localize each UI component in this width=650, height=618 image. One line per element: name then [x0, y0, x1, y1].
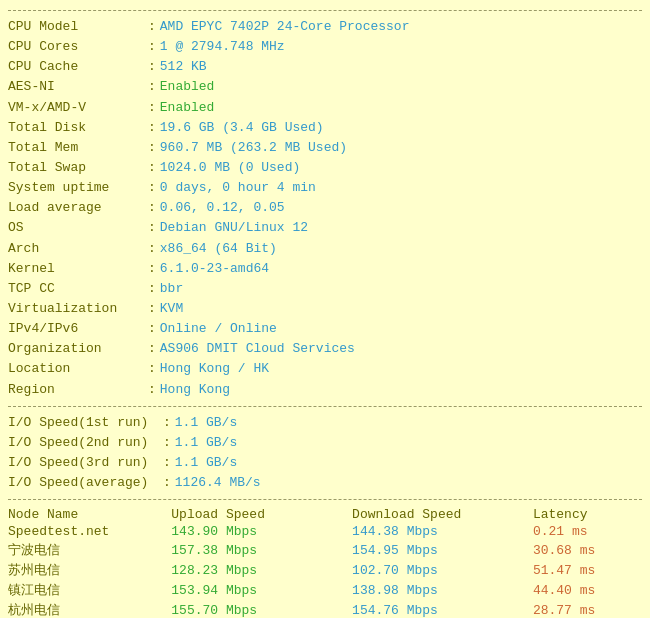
speed-upload: 143.90 Mbps	[171, 523, 352, 540]
system-info-row: Load average: 0.06, 0.12, 0.05	[8, 198, 642, 218]
system-info-row: Total Disk: 19.6 GB (3.4 GB Used)	[8, 118, 642, 138]
io-label: I/O Speed(1st run)	[8, 413, 163, 433]
info-value: KVM	[160, 299, 183, 319]
info-colon: :	[148, 57, 156, 77]
info-label: AES-NI	[8, 77, 148, 97]
speed-latency: 30.68 ms	[533, 540, 642, 560]
io-colon: :	[163, 453, 171, 473]
system-info-row: Location: Hong Kong / HK	[8, 359, 642, 379]
info-value: 1024.0 MB (0 Used)	[160, 158, 300, 178]
speed-table: Node NameUpload SpeedDownload SpeedLaten…	[8, 506, 642, 618]
info-value: 960.7 MB (263.2 MB Used)	[160, 138, 347, 158]
speed-upload: 153.94 Mbps	[171, 580, 352, 600]
info-colon: :	[148, 158, 156, 178]
info-label: Load average	[8, 198, 148, 218]
info-label: Organization	[8, 339, 148, 359]
system-info-row: Kernel: 6.1.0-23-amd64	[8, 259, 642, 279]
io-speed-section: I/O Speed(1st run): 1.1 GB/sI/O Speed(2n…	[8, 413, 642, 494]
speed-node: 宁波电信	[8, 540, 171, 560]
io-colon: :	[163, 473, 171, 493]
info-value: 1 @ 2794.748 MHz	[160, 37, 285, 57]
io-value: 1.1 GB/s	[175, 413, 237, 433]
info-value: x86_64 (64 Bit)	[160, 239, 277, 259]
speed-table-row: 镇江电信153.94 Mbps138.98 Mbps44.40 ms	[8, 580, 642, 600]
info-value: AS906 DMIT Cloud Services	[160, 339, 355, 359]
info-colon: :	[148, 178, 156, 198]
system-info-row: AES-NI: Enabled	[8, 77, 642, 97]
speed-download: 144.38 Mbps	[352, 523, 533, 540]
io-label: I/O Speed(2nd run)	[8, 433, 163, 453]
speed-upload: 157.38 Mbps	[171, 540, 352, 560]
info-label: Region	[8, 380, 148, 400]
system-info-section: CPU Model: AMD EPYC 7402P 24-Core Proces…	[8, 17, 642, 400]
info-colon: :	[148, 98, 156, 118]
info-label: Total Disk	[8, 118, 148, 138]
info-value: Hong Kong	[160, 380, 230, 400]
info-label: IPv4/IPv6	[8, 319, 148, 339]
info-colon: :	[148, 77, 156, 97]
info-colon: :	[148, 118, 156, 138]
speed-latency: 28.77 ms	[533, 600, 642, 618]
info-value: Enabled	[160, 98, 215, 118]
speed-table-row: 宁波电信157.38 Mbps154.95 Mbps30.68 ms	[8, 540, 642, 560]
io-colon: :	[163, 433, 171, 453]
speed-download: 154.76 Mbps	[352, 600, 533, 618]
speed-upload: 128.23 Mbps	[171, 560, 352, 580]
info-label: Kernel	[8, 259, 148, 279]
speed-table-section: Node NameUpload SpeedDownload SpeedLaten…	[8, 506, 642, 618]
info-colon: :	[148, 198, 156, 218]
system-info-row: Region: Hong Kong	[8, 380, 642, 400]
io-speed-row: I/O Speed(1st run): 1.1 GB/s	[8, 413, 642, 433]
info-label: Total Swap	[8, 158, 148, 178]
info-colon: :	[148, 339, 156, 359]
speed-node: 镇江电信	[8, 580, 171, 600]
system-info-row: IPv4/IPv6: Online / Online	[8, 319, 642, 339]
info-colon: :	[148, 239, 156, 259]
speed-latency: 51.47 ms	[533, 560, 642, 580]
speed-node: 苏州电信	[8, 560, 171, 580]
info-value: 512 KB	[160, 57, 207, 77]
speed-latency: 0.21 ms	[533, 523, 642, 540]
io-speed-row: I/O Speed(3rd run): 1.1 GB/s	[8, 453, 642, 473]
info-label: Arch	[8, 239, 148, 259]
info-value: AMD EPYC 7402P 24-Core Processor	[160, 17, 410, 37]
speed-node: Speedtest.net	[8, 523, 171, 540]
speed-table-row: 苏州电信128.23 Mbps102.70 Mbps51.47 ms	[8, 560, 642, 580]
info-value: 0 days, 0 hour 4 min	[160, 178, 316, 198]
info-colon: :	[148, 138, 156, 158]
speed-download: 102.70 Mbps	[352, 560, 533, 580]
info-label: TCP CC	[8, 279, 148, 299]
info-value: 19.6 GB (3.4 GB Used)	[160, 118, 324, 138]
io-colon: :	[163, 413, 171, 433]
system-info-row: CPU Cores: 1 @ 2794.748 MHz	[8, 37, 642, 57]
info-label: CPU Cache	[8, 57, 148, 77]
info-colon: :	[148, 299, 156, 319]
speed-upload: 155.70 Mbps	[171, 600, 352, 618]
system-info-row: Arch: x86_64 (64 Bit)	[8, 239, 642, 259]
speed-download: 138.98 Mbps	[352, 580, 533, 600]
system-info-row: OS: Debian GNU/Linux 12	[8, 218, 642, 238]
info-value: Debian GNU/Linux 12	[160, 218, 308, 238]
top-divider	[8, 10, 642, 11]
speed-table-row: Speedtest.net143.90 Mbps144.38 Mbps0.21 …	[8, 523, 642, 540]
system-info-row: TCP CC: bbr	[8, 279, 642, 299]
info-value: 0.06, 0.12, 0.05	[160, 198, 285, 218]
info-value: bbr	[160, 279, 183, 299]
speed-table-header: Download Speed	[352, 506, 533, 523]
info-label: Virtualization	[8, 299, 148, 319]
info-colon: :	[148, 37, 156, 57]
info-colon: :	[148, 359, 156, 379]
system-info-row: Total Mem: 960.7 MB (263.2 MB Used)	[8, 138, 642, 158]
info-value: Enabled	[160, 77, 215, 97]
io-speed-row: I/O Speed(2nd run): 1.1 GB/s	[8, 433, 642, 453]
speed-latency: 44.40 ms	[533, 580, 642, 600]
system-info-row: CPU Model: AMD EPYC 7402P 24-Core Proces…	[8, 17, 642, 37]
info-label: CPU Cores	[8, 37, 148, 57]
info-label: OS	[8, 218, 148, 238]
io-value: 1.1 GB/s	[175, 433, 237, 453]
speed-table-row: 杭州电信155.70 Mbps154.76 Mbps28.77 ms	[8, 600, 642, 618]
system-info-row: System uptime: 0 days, 0 hour 4 min	[8, 178, 642, 198]
info-colon: :	[148, 279, 156, 299]
info-label: Total Mem	[8, 138, 148, 158]
info-label: Location	[8, 359, 148, 379]
